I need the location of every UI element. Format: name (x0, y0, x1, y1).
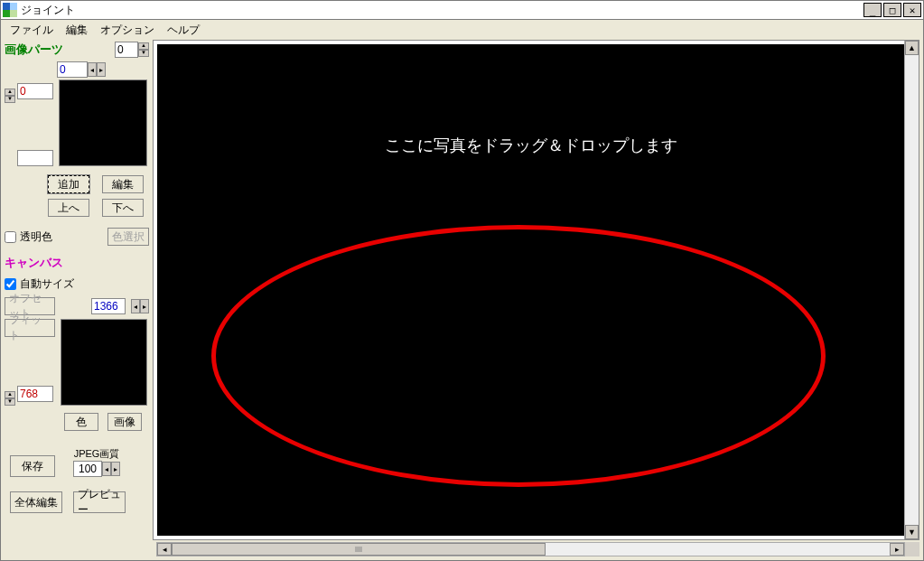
menu-file[interactable]: ファイル (5, 21, 59, 40)
resize-grip[interactable] (905, 542, 919, 556)
window-title: ジョイント (21, 3, 863, 18)
add-button[interactable]: 追加 (48, 175, 89, 193)
canvas-preview (61, 319, 147, 406)
auto-size-checkbox[interactable]: 自動サイズ (5, 276, 149, 292)
maximize-button[interactable]: □ (883, 3, 901, 17)
menu-edit[interactable]: 編集 (61, 21, 93, 40)
jpeg-quality-label: JPEG画質 (73, 447, 120, 461)
transparent-checkbox[interactable]: 透明色 (5, 229, 52, 245)
up-button[interactable]: 上へ (48, 199, 89, 217)
color-select-button[interactable]: 色選択 (107, 228, 149, 246)
title-bar: ジョイント _ □ ✕ (0, 0, 924, 20)
drop-canvas[interactable]: ここに写真をドラッグ＆ドロップします (157, 44, 904, 536)
annotation-ellipse (211, 225, 826, 487)
canvas-header: キャンバス (5, 255, 149, 271)
canvas-height-stepper[interactable]: ▲▼ (5, 391, 15, 406)
y-stepper[interactable]: ▲▼ (5, 89, 15, 103)
menu-option[interactable]: オプション (95, 21, 160, 40)
x-stepper[interactable]: ◂▸ (88, 62, 106, 77)
menu-help[interactable]: ヘルプ (162, 21, 205, 40)
minimize-button[interactable]: _ (863, 3, 882, 17)
canvas-width-input[interactable]: 1366 (91, 298, 126, 314)
canvas-container: ここに写真をドラッグ＆ドロップします ▲ ▼ (153, 40, 919, 540)
drop-hint-text: ここに写真をドラッグ＆ドロップします (157, 135, 904, 156)
vscroll-track[interactable] (905, 55, 919, 525)
x-input[interactable]: 0 (57, 61, 88, 78)
side-panel: 画像パーツ 0 ▲▼ 0 ◂▸ ▲▼ 0 (1, 38, 153, 560)
edit-button[interactable]: 編集 (102, 175, 144, 193)
parts-index-input[interactable]: 0 (115, 42, 138, 58)
jpeg-quality-input[interactable]: 100 (73, 461, 102, 477)
parts-index-stepper[interactable]: ▲▼ (138, 42, 149, 57)
main-panel: ここに写真をドラッグ＆ドロップします ▲ ▼ ◂ ▸ (153, 38, 923, 560)
work-area: 画像パーツ 0 ▲▼ 0 ◂▸ ▲▼ 0 (0, 38, 924, 561)
bg-color-button[interactable]: 色 (64, 413, 98, 431)
preview-button[interactable]: プレビュー (73, 491, 126, 513)
menu-bar: ファイル 編集 オプション ヘルプ (0, 20, 924, 38)
bg-image-button[interactable]: 画像 (107, 413, 142, 431)
y-input[interactable]: 0 (17, 83, 53, 99)
save-button[interactable]: 保存 (10, 455, 55, 477)
jpeg-quality-stepper[interactable]: ◂▸ (102, 462, 120, 476)
canvas-height-input[interactable]: 768 (17, 386, 53, 402)
vertical-scrollbar[interactable]: ▲ ▼ (904, 41, 919, 539)
transparent-label: 透明色 (20, 229, 52, 245)
small-blank-input[interactable] (17, 150, 53, 166)
horizontal-scrollbar[interactable]: ◂ ▸ (156, 542, 905, 556)
part-preview (59, 79, 147, 166)
app-icon (3, 3, 17, 17)
fit-button[interactable]: フィット (5, 319, 55, 337)
canvas-width-stepper[interactable]: ◂▸ (131, 299, 149, 313)
scroll-left-button[interactable]: ◂ (157, 543, 172, 556)
scroll-down-button[interactable]: ▼ (905, 525, 919, 539)
close-button[interactable]: ✕ (903, 3, 921, 17)
window-controls: _ □ ✕ (863, 3, 921, 17)
scroll-right-button[interactable]: ▸ (890, 543, 904, 556)
hscroll-thumb[interactable] (172, 543, 546, 556)
scroll-up-button[interactable]: ▲ (905, 41, 919, 55)
auto-size-label: 自動サイズ (20, 276, 74, 292)
full-edit-button[interactable]: 全体編集 (10, 491, 62, 513)
image-parts-header: 画像パーツ (5, 42, 63, 58)
down-button[interactable]: 下へ (102, 199, 144, 217)
